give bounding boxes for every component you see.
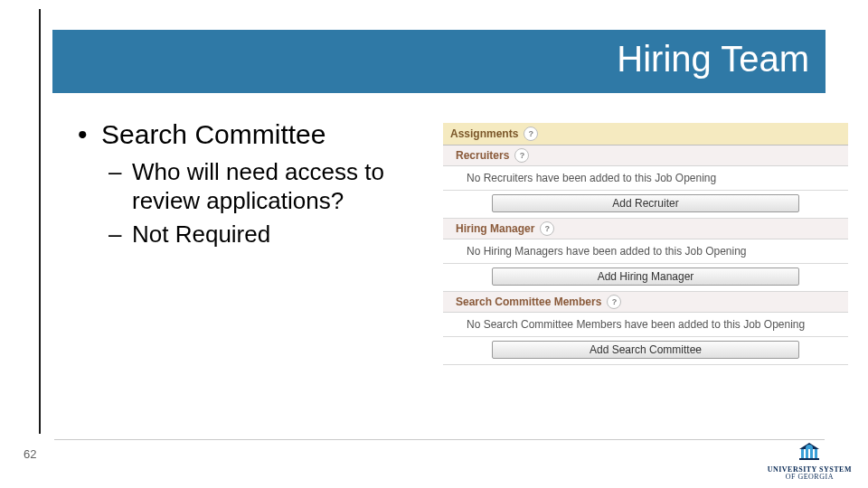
- usg-logo: UNIVERSITY SYSTEM OF GEORGIA: [768, 442, 852, 481]
- svg-rect-4: [815, 449, 817, 458]
- bullet-content: Search Committee Who will need access to…: [72, 117, 425, 252]
- add-recruiter-button[interactable]: Add Recruiter: [492, 194, 799, 212]
- left-rule: [39, 9, 41, 434]
- search-committee-empty-text: No Search Committee Members have been ad…: [443, 313, 848, 337]
- help-icon[interactable]: ?: [540, 221, 554, 236]
- hiring-manager-button-row: Add Hiring Manager: [443, 264, 848, 292]
- panel-header-assignments: Assignments ?: [443, 123, 848, 145]
- bullet-level2-item: Not Required: [108, 220, 425, 249]
- slide: Hiring Team Search Committee Who will ne…: [0, 0, 868, 488]
- svg-rect-1: [801, 449, 804, 458]
- search-committee-button-row: Add Search Committee: [443, 337, 848, 365]
- title-bar: Hiring Team: [52, 30, 826, 93]
- svg-rect-0: [799, 458, 819, 460]
- hiring-manager-empty-text: No Hiring Managers have been added to th…: [443, 239, 848, 264]
- slide-title: Hiring Team: [617, 39, 809, 80]
- help-icon[interactable]: ?: [524, 127, 538, 141]
- panel-subheader-search-committee: Search Committee Members ?: [443, 292, 848, 313]
- page-number: 62: [24, 447, 36, 461]
- recruiters-button-row: Add Recruiter: [443, 191, 848, 219]
- assignments-panel: Assignments ? Recruiters ? No Recruiters…: [443, 123, 848, 365]
- add-search-committee-button[interactable]: Add Search Committee: [492, 341, 799, 359]
- svg-rect-3: [810, 449, 813, 458]
- logo-line-2: OF GEORGIA: [768, 474, 852, 481]
- panel-header-label: Assignments: [450, 127, 518, 140]
- bottom-rule: [54, 439, 825, 440]
- subheader-label: Recruiters: [456, 149, 509, 162]
- bullet-level2-item: Who will need access to review applicati…: [108, 157, 425, 216]
- panel-subheader-hiring-manager: Hiring Manager ?: [443, 219, 848, 239]
- bullet-level1: Search Committee: [72, 117, 425, 152]
- subheader-label: Hiring Manager: [456, 222, 534, 235]
- usg-logo-icon: [797, 442, 821, 462]
- panel-subheader-recruiters: Recruiters ?: [443, 145, 848, 166]
- help-icon[interactable]: ?: [514, 148, 529, 163]
- recruiters-empty-text: No Recruiters have been added to this Jo…: [443, 166, 848, 191]
- svg-rect-2: [806, 449, 808, 458]
- subheader-label: Search Committee Members: [456, 296, 601, 308]
- help-icon[interactable]: ?: [607, 295, 621, 309]
- add-hiring-manager-button[interactable]: Add Hiring Manager: [492, 267, 799, 286]
